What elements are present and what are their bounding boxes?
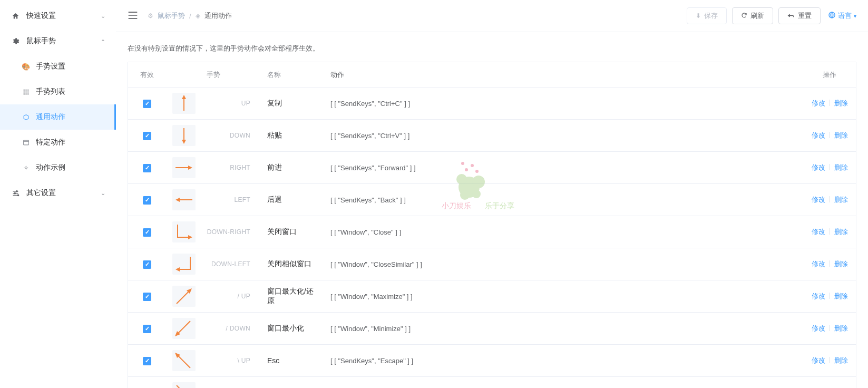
gesture-action: [ [ "Window", "Close" ] ]	[324, 223, 803, 241]
delete-link[interactable]: 删除	[825, 324, 848, 332]
gesture-thumb	[172, 221, 196, 242]
delete-link[interactable]: 删除	[825, 260, 848, 268]
gesture-action: [ [ "SendKeys", "Back" ] ]	[324, 191, 803, 209]
sidebar-item-gesture-list[interactable]: 手势列表	[0, 79, 116, 104]
sidebar-item-mouse-gesture[interactable]: 鼠标手势 ⌄	[0, 28, 116, 54]
edit-link[interactable]: 修改	[812, 228, 825, 236]
gesture-thumb	[172, 125, 196, 146]
svg-marker-5	[182, 95, 186, 99]
sidebar-item-label: 鼠标手势	[26, 36, 101, 46]
breadcrumb-parent[interactable]: 鼠标手势	[158, 11, 185, 21]
sidebar-item-specific-actions[interactable]: 特定动作	[0, 130, 116, 155]
gesture-action: [ [ "Window", "Minimize" ] ]	[324, 319, 803, 338]
gesture-thumb	[172, 93, 196, 114]
undo-icon	[787, 12, 795, 20]
svg-marker-9	[188, 166, 192, 170]
gesture-thumb	[172, 382, 196, 388]
sidebar-item-quick-settings[interactable]: 快速设置 ⌄	[0, 3, 116, 28]
gesture-name: Esc	[261, 351, 324, 370]
table-row: ✓RIGHT前进[ [ "SendKeys", "Forward" ] ]修改删…	[128, 152, 856, 184]
gesture-thumb	[172, 318, 196, 339]
delete-link[interactable]: 删除	[825, 292, 848, 300]
gesture-action: [ [ "SendKeys", "Escape" ] ]	[324, 352, 803, 370]
delete-link[interactable]: 删除	[825, 196, 848, 203]
chevron-up-icon: ⌄	[101, 38, 105, 45]
gesture-direction-label: LEFT	[201, 196, 255, 203]
gesture-direction-label: / UP	[201, 293, 255, 300]
gesture-name: 前进	[261, 158, 324, 178]
chevron-down-icon: ⌄	[101, 190, 105, 197]
gesture-direction-label: / DOWN	[201, 325, 255, 332]
edit-link[interactable]: 修改	[812, 324, 825, 332]
enabled-checkbox[interactable]: ✓	[143, 325, 151, 333]
save-icon: ⬇	[696, 12, 701, 20]
delete-link[interactable]: 删除	[825, 99, 848, 107]
delete-link[interactable]: 删除	[825, 356, 848, 364]
delete-link[interactable]: 删除	[825, 163, 848, 171]
chevron-down-icon: ⌄	[101, 13, 105, 20]
edit-link[interactable]: 修改	[812, 163, 825, 171]
gesture-thumb	[172, 286, 196, 307]
topbar: ⚙ 鼠标手势 / ◈ 通用动作 ⬇ 保存 刷新 重置	[116, 0, 868, 32]
sliders-icon	[11, 189, 20, 197]
enabled-checkbox[interactable]: ✓	[143, 228, 151, 237]
sidebar-item-other-settings[interactable]: 其它设置 ⌄	[0, 180, 116, 206]
svg-rect-0	[23, 140, 28, 145]
gesture-action: [ [ "SendKeys", "Ctrl+C" ] ]	[324, 94, 803, 113]
gesture-direction-label: RIGHT	[201, 164, 255, 171]
gesture-thumb	[172, 157, 196, 178]
edit-link[interactable]: 修改	[812, 260, 825, 268]
table-row: ✓DOWN粘贴[ [ "SendKeys", "Ctrl+V" ] ]修改删除	[128, 120, 856, 152]
table-row: ✓LEFT后退[ [ "SendKeys", "Back" ] ]修改删除	[128, 184, 856, 216]
hamburger-icon[interactable]	[128, 11, 138, 21]
edit-link[interactable]: 修改	[812, 292, 825, 300]
enabled-checkbox[interactable]: ✓	[143, 132, 151, 140]
sidebar-item-action-examples[interactable]: ✧ 动作示例	[0, 155, 116, 180]
enabled-checkbox[interactable]: ✓	[143, 293, 151, 301]
col-ops: 操作	[803, 65, 856, 85]
sidebar-item-gesture-settings[interactable]: 🎨 手势设置	[0, 54, 116, 79]
window-icon	[21, 139, 31, 146]
gesture-action: [ [ "Window", "Maximize" ] ]	[324, 287, 803, 306]
table-row: ✓UP复制[ [ "SendKeys", "Ctrl+C" ] ]修改删除	[128, 88, 856, 120]
edit-link[interactable]: 修改	[812, 99, 825, 107]
breadcrumb: ⚙ 鼠标手势 / ◈ 通用动作	[148, 11, 232, 21]
enabled-checkbox[interactable]: ✓	[143, 357, 151, 365]
sidebar-item-label: 特定动作	[36, 138, 65, 147]
sidebar-item-label: 动作示例	[36, 163, 65, 172]
delete-link[interactable]: 删除	[825, 228, 848, 236]
enabled-checkbox[interactable]: ✓	[143, 100, 151, 108]
gesture-thumb	[172, 189, 196, 210]
gesture-name: 窗口最大化/还原	[261, 282, 324, 311]
gesture-name: 粘贴	[261, 125, 324, 146]
gesture-name: 关闭窗口	[261, 222, 324, 242]
sidebar-item-label: 手势设置	[36, 62, 65, 71]
edit-link[interactable]: 修改	[812, 131, 825, 139]
gesture-direction-label: DOWN-LEFT	[201, 260, 255, 268]
cube-icon	[21, 114, 31, 121]
col-gesture: 手势	[166, 65, 261, 85]
table-row: ✓DOWN-RIGHT关闭窗口[ [ "Window", "Close" ] ]…	[128, 216, 856, 248]
table-row: ✓/ UP窗口最大化/还原[ [ "Window", "Maximize" ] …	[128, 280, 856, 313]
enabled-checkbox[interactable]: ✓	[143, 260, 151, 269]
language-switcher[interactable]: 语言 ▾	[828, 11, 856, 21]
sidebar-item-general-actions[interactable]: 通用动作	[0, 104, 116, 130]
enabled-checkbox[interactable]: ✓	[143, 196, 151, 205]
svg-marker-13	[175, 267, 180, 271]
refresh-icon	[741, 12, 747, 20]
palette-icon: 🎨	[21, 63, 31, 71]
grid-icon	[21, 89, 31, 95]
sidebar-item-label: 其它设置	[26, 188, 101, 198]
svg-marker-7	[182, 140, 186, 144]
table-row: ✓DOWN-LEFT关闭相似窗口[ [ "Window", "CloseSimi…	[128, 248, 856, 280]
enabled-checkbox[interactable]: ✓	[143, 164, 151, 172]
refresh-button[interactable]: 刷新	[732, 7, 773, 24]
sidebar-item-label: 通用动作	[36, 112, 65, 122]
gear-icon	[11, 37, 20, 45]
edit-link[interactable]: 修改	[812, 356, 825, 364]
delete-link[interactable]: 删除	[825, 131, 848, 139]
edit-link[interactable]: 修改	[812, 196, 825, 203]
reset-button[interactable]: 重置	[778, 7, 821, 24]
col-action: 动作	[324, 65, 803, 85]
gear-icon: ⚙	[148, 12, 153, 20]
